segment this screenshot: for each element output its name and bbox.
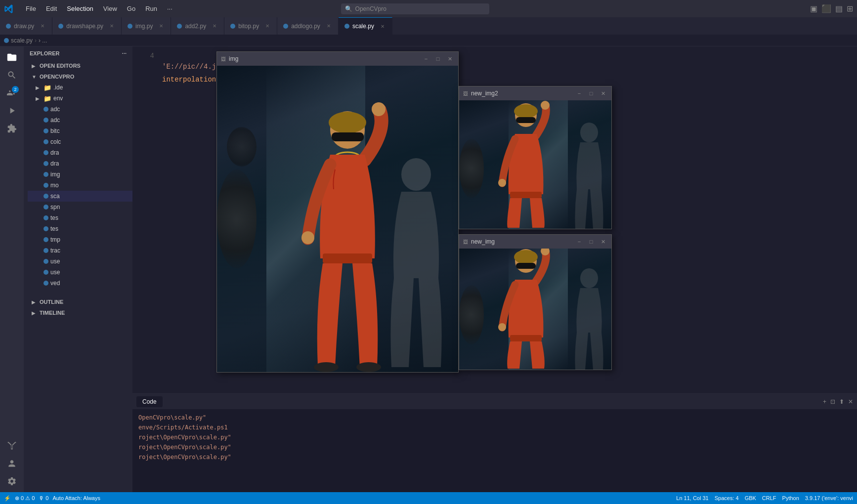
tab-bitop-py[interactable]: bitop.py ✕: [224, 17, 277, 35]
sidebar-item-img[interactable]: ▶ img: [28, 169, 132, 180]
tab-add2-py[interactable]: add2.py ✕: [171, 17, 224, 35]
python-version-status[interactable]: 3.9.17 ('enve': venvi: [805, 495, 853, 501]
settings-icon[interactable]: [5, 474, 19, 488]
tab-scale-py[interactable]: scale.py ✕: [339, 17, 392, 35]
tab-drawshape-py[interactable]: drawshape.py ✕: [52, 17, 122, 35]
cv-close-button[interactable]: ✕: [599, 237, 607, 246]
search-icon[interactable]: [5, 68, 19, 82]
run-debug-icon[interactable]: [5, 104, 19, 118]
statusbar-right: Ln 11, Col 31 Spaces: 4 GBK CRLF Python …: [676, 495, 853, 501]
line-ending-text: CRLF: [762, 495, 776, 501]
remote-icon[interactable]: ⚡: [4, 495, 11, 502]
layout-grid-icon[interactable]: ⊞: [847, 4, 853, 13]
svg-point-7: [356, 362, 381, 372]
account-icon[interactable]: [5, 457, 19, 470]
sidebar-item-trac[interactable]: ▶ trac: [28, 245, 132, 256]
tab-code[interactable]: Code: [136, 396, 163, 407]
cursor-position[interactable]: Ln 11, Col 31: [676, 495, 708, 501]
sidebar-item-ide[interactable]: ▶ 📁 .ide: [28, 82, 132, 93]
tab-addlogo-py[interactable]: addlogo.py ✕: [277, 17, 339, 35]
sidebar-item-colc[interactable]: ▶ colc: [28, 136, 132, 147]
sidebar-item-bitc[interactable]: ▶ bitc: [28, 126, 132, 136]
python-icon: [43, 172, 48, 177]
sidebar-item-mo[interactable]: ▶ mo: [28, 180, 132, 191]
search-bar[interactable]: 🔍 OpenCVpro: [341, 3, 489, 14]
python-icon: [230, 24, 235, 29]
layout-center-icon[interactable]: ⬛: [821, 4, 831, 13]
menu-edit[interactable]: Edit: [42, 4, 61, 13]
terminal-split-icon[interactable]: ⊡: [830, 398, 835, 405]
editor-area[interactable]: 4 'E://pic//4.jpg') interpolation=cv2.IN…: [132, 46, 857, 393]
terminal-line-5: roject\OpenCVpro\scale.py": [138, 452, 851, 462]
cv-minimize-button[interactable]: −: [422, 54, 430, 63]
sidebar-item-sca[interactable]: ▶ sca: [28, 191, 132, 202]
menu-view[interactable]: View: [99, 4, 121, 13]
tab-close-button[interactable]: ✕: [158, 23, 165, 30]
terminal-content[interactable]: OpenCVpro\scale.py" enve/Scripts/Activat…: [132, 410, 857, 492]
encoding-text: GBK: [745, 495, 756, 501]
language-status[interactable]: Python: [782, 495, 799, 501]
tab-close-button[interactable]: ✕: [325, 23, 332, 30]
sidebar-item-adc1[interactable]: ▶ adc: [28, 104, 132, 115]
outline-section[interactable]: ▶ OUTLINE: [24, 296, 132, 307]
sidebar-item-tes1[interactable]: ▶ tes: [28, 212, 132, 223]
breadcrumb-more[interactable]: › ...: [39, 37, 47, 44]
explorer-icon[interactable]: [5, 50, 19, 64]
menu-run[interactable]: Run: [141, 4, 161, 13]
python-icon: [43, 281, 48, 286]
item-label: ved: [50, 280, 60, 287]
menu-go[interactable]: Go: [123, 4, 139, 13]
menu-more[interactable]: ···: [163, 4, 176, 13]
menu-selection[interactable]: Selection: [63, 4, 97, 13]
explorer-menu-icon[interactable]: ···: [122, 50, 127, 56]
extensions-icon[interactable]: [5, 122, 19, 135]
statusbar-left: ⚡ ⊗ 0 ⚠ 0 🎙 0 Auto Attach: Always: [4, 495, 100, 502]
cv-maximize-button[interactable]: □: [587, 89, 596, 98]
cv-minimize-button[interactable]: −: [575, 89, 584, 98]
cv-maximize-button[interactable]: □: [587, 237, 596, 246]
error-count: 0: [21, 495, 24, 501]
open-editors-section[interactable]: ▶ OPEN EDITORS: [24, 60, 132, 71]
terminal-maximize-icon[interactable]: ⬆: [839, 398, 844, 405]
tab-close-button[interactable]: ✕: [379, 23, 386, 30]
terminal-new-button[interactable]: +: [823, 398, 826, 405]
line-ending-status[interactable]: CRLF: [762, 495, 776, 501]
tab-close-button[interactable]: ✕: [108, 23, 115, 30]
layout-sidebar-icon[interactable]: ▣: [810, 4, 817, 13]
sidebar-item-dra1[interactable]: ▶ dra: [28, 147, 132, 158]
tab-close-button[interactable]: ✕: [211, 23, 218, 30]
errors-status[interactable]: ⊗ 0 ⚠ 0: [15, 495, 35, 502]
cv-close-button[interactable]: ✕: [599, 89, 607, 98]
sidebar-item-use1[interactable]: ▶ use: [28, 256, 132, 267]
sidebar-item-ved[interactable]: ▶ ved: [28, 278, 132, 289]
cv-maximize-button[interactable]: □: [433, 54, 442, 63]
sidebar-item-dra2[interactable]: ▶ dra: [28, 158, 132, 169]
terminal-close-icon[interactable]: ✕: [848, 398, 853, 405]
timeline-section[interactable]: ▶ TIMELINE: [24, 307, 132, 318]
tab-draw-py[interactable]: draw.py ✕: [0, 17, 52, 35]
sidebar-item-spn[interactable]: ▶ spn: [28, 202, 132, 212]
menu-file[interactable]: File: [22, 4, 40, 13]
sidebar-item-use2[interactable]: ▶ use: [28, 267, 132, 278]
breadcrumb-file[interactable]: scale.py: [11, 37, 33, 44]
auto-attach-status[interactable]: Auto Attach: Always: [52, 495, 100, 501]
cv-close-button[interactable]: ✕: [445, 54, 454, 63]
tab-close-button[interactable]: ✕: [264, 23, 271, 30]
test-icon[interactable]: [5, 439, 19, 453]
tab-close-button[interactable]: ✕: [39, 23, 46, 30]
encoding-status[interactable]: GBK: [745, 495, 756, 501]
opencvpro-section[interactable]: ▼ OPENCVPRO: [24, 71, 132, 82]
spaces-status[interactable]: Spaces: 4: [715, 495, 739, 501]
item-label: dra: [50, 160, 59, 167]
mic-status[interactable]: 🎙 0: [39, 495, 48, 501]
item-label: sca: [50, 193, 60, 200]
sidebar-item-env[interactable]: ▶ 📁 env: [28, 93, 132, 104]
mic-count: 0: [45, 495, 48, 501]
layout-panel-icon[interactable]: ▤: [835, 4, 843, 13]
cv-minimize-button[interactable]: −: [575, 237, 584, 246]
tab-img-py[interactable]: img.py ✕: [122, 17, 171, 35]
sidebar-item-tmp[interactable]: ▶ tmp: [28, 234, 132, 245]
sidebar-item-adc2[interactable]: ▶ adc: [28, 115, 132, 126]
source-control-icon[interactable]: 2: [5, 86, 19, 100]
sidebar-item-tes2[interactable]: ▶ tes: [28, 223, 132, 234]
